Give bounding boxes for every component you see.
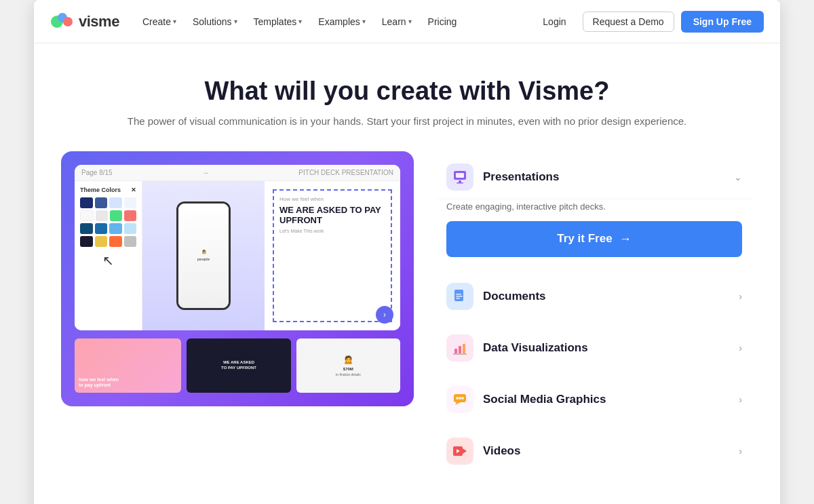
data-viz-icon-wrap	[446, 334, 473, 362]
svg-rect-4	[456, 173, 464, 178]
content-area: Page 8/15 → PITCH DECK PRESENTATION Them…	[34, 151, 780, 504]
swatch	[95, 236, 108, 247]
swatch	[80, 223, 93, 234]
social-icon-wrap	[446, 386, 473, 413]
svg-rect-11	[454, 349, 457, 353]
svg-point-2	[63, 17, 73, 26]
theme-colors-panel: Theme Colors ✕	[75, 181, 142, 330]
feature-documents-header[interactable]: Documents ›	[435, 273, 753, 319]
feature-social-media-header[interactable]: Social Media Graphics ›	[435, 376, 753, 423]
page-indicator: Page 8/15	[81, 169, 113, 176]
swatch	[110, 210, 122, 221]
left-preview-panel: Page 8/15 → PITCH DECK PRESENTATION Them…	[61, 151, 414, 406]
cursor-icon: ↖	[80, 252, 136, 269]
chevron-icon: ▾	[173, 18, 176, 25]
svg-rect-7	[454, 290, 463, 301]
presentations-icon	[452, 170, 467, 185]
chevron-icon: ▾	[298, 18, 302, 25]
swatch	[80, 236, 93, 247]
swatch-row-3	[80, 223, 136, 234]
thumbnail-3[interactable]: 🙍 $70M to finalize details	[296, 338, 400, 393]
phone-area: 👩‍💼 people	[142, 181, 265, 330]
documents-icon-wrap	[446, 283, 473, 310]
svg-point-16	[456, 397, 459, 400]
thumbnail-2[interactable]: WE ARE ASKEDTO PAY UPFRONT	[187, 338, 290, 393]
swatch	[80, 197, 93, 208]
videos-label: Videos	[483, 444, 739, 458]
logo-area[interactable]: visme	[50, 12, 119, 31]
videos-icon	[452, 444, 467, 459]
documents-chevron: ›	[739, 291, 742, 302]
feature-data-viz-header[interactable]: Data Visualizations ›	[435, 325, 753, 371]
next-button[interactable]: ›	[376, 306, 393, 324]
presentations-label: Presentations	[483, 170, 734, 184]
svg-marker-20	[463, 448, 467, 454]
hero-subtitle: The power of visual communication is in …	[61, 115, 753, 127]
chevron-icon: ▾	[234, 18, 237, 25]
visme-logo-icon	[50, 12, 75, 31]
svg-point-17	[459, 397, 461, 400]
swatch	[96, 210, 108, 221]
videos-chevron: ›	[739, 446, 742, 457]
navbar: visme Create ▾ Solutions ▾ Templates ▾ E…	[34, 0, 780, 43]
swatch-row-2	[80, 210, 136, 221]
request-demo-button[interactable]: Request a Demo	[583, 12, 674, 32]
presentations-chevron: ⌄	[734, 172, 742, 182]
slide-big-text: WE ARE ASKED TO PAY UPFRONT	[279, 205, 385, 226]
svg-rect-5	[459, 180, 461, 182]
swatch	[80, 210, 94, 221]
feature-social-media: Social Media Graphics ›	[435, 376, 753, 423]
nav-right: Login Request a Demo Sign Up Free	[533, 11, 764, 33]
svg-rect-8	[456, 294, 461, 295]
chevron-icon: ▾	[408, 18, 412, 25]
logo-text: visme	[79, 13, 119, 31]
presentations-icon-wrap	[446, 163, 473, 191]
color-panel-title: Theme Colors ✕	[80, 187, 136, 193]
try-arrow-icon: →	[619, 232, 632, 246]
browser-frame: visme Create ▾ Solutions ▾ Templates ▾ E…	[34, 0, 780, 504]
slide-small-text: How we feel when	[279, 196, 385, 202]
swatch	[124, 223, 137, 234]
nav-learn[interactable]: Learn ▾	[375, 12, 419, 31]
svg-rect-6	[457, 182, 463, 184]
swatch	[109, 223, 122, 234]
signup-button[interactable]: Sign Up Free	[681, 11, 764, 33]
thumbnail-1[interactable]: how we feel whento pay upfront	[75, 338, 181, 393]
nav-create[interactable]: Create ▾	[136, 12, 183, 31]
feature-videos: Videos ›	[435, 428, 753, 474]
videos-icon-wrap	[446, 438, 473, 465]
feature-presentations-header[interactable]: Presentations ⌄	[435, 154, 753, 200]
nav-examples[interactable]: Examples ▾	[311, 12, 372, 31]
svg-rect-13	[463, 344, 465, 353]
svg-rect-12	[459, 346, 461, 353]
feature-videos-header[interactable]: Videos ›	[435, 428, 753, 474]
phone-screen: 👩‍💼 people	[178, 203, 229, 308]
swatch	[124, 197, 137, 208]
preview-main: Theme Colors ✕	[75, 181, 400, 330]
hero-title: What will you create with Visme?	[61, 76, 753, 107]
swatch-row-1	[80, 197, 136, 208]
svg-rect-10	[456, 298, 460, 299]
documents-icon	[453, 289, 467, 304]
swatch	[124, 236, 137, 247]
social-media-label: Social Media Graphics	[483, 393, 739, 406]
presentations-desc: Create engaging, interactive pitch decks…	[446, 200, 742, 212]
slide-sub-text: Let's Make This work	[279, 229, 385, 233]
nav-pricing[interactable]: Pricing	[421, 12, 464, 31]
feature-documents: Documents ›	[435, 273, 753, 319]
swatch	[124, 210, 136, 221]
right-panel: Presentations ⌄ Create engaging, interac…	[435, 151, 753, 480]
swatch	[109, 197, 122, 208]
hero-section: What will you create with Visme? The pow…	[34, 43, 780, 127]
social-media-chevron: ›	[739, 394, 742, 405]
social-icon	[452, 392, 467, 407]
slide-content: How we feel when WE ARE ASKED TO PAY UPF…	[265, 181, 400, 330]
nav-templates[interactable]: Templates ▾	[247, 12, 309, 31]
nav-solutions[interactable]: Solutions ▾	[186, 12, 244, 31]
data-viz-label: Data Visualizations	[483, 341, 739, 355]
slide-dashed-border: How we feel when WE ARE ASKED TO PAY UPF…	[273, 189, 392, 322]
try-it-free-button[interactable]: Try it Free →	[446, 221, 742, 257]
svg-rect-9	[456, 296, 463, 297]
login-button[interactable]: Login	[533, 12, 575, 31]
phone-mockup: 👩‍💼 people	[176, 201, 231, 310]
